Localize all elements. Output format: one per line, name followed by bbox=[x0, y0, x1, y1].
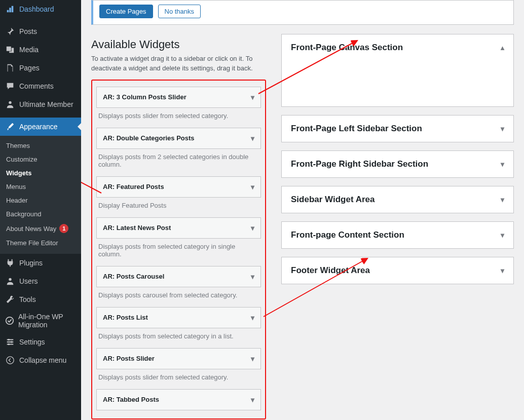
svg-point-0 bbox=[9, 101, 11, 104]
widget-area-header[interactable]: Front-page Content Section▾ bbox=[282, 222, 513, 248]
svg-point-1 bbox=[9, 278, 11, 281]
create-pages-notice: Create Pages No thanks bbox=[91, 0, 514, 25]
chevron-down-icon: ▾ bbox=[501, 196, 504, 204]
available-widget[interactable]: AR: Latest News Post▾Displays posts from… bbox=[96, 217, 261, 260]
widget-area-header[interactable]: Front-Page Right Sidebar Section▾ bbox=[282, 151, 513, 177]
menu-label: Comments bbox=[19, 82, 54, 90]
svg-point-3 bbox=[8, 339, 10, 341]
widget-header[interactable]: AR: Posts Carousel▾ bbox=[96, 266, 261, 287]
submenu-item-about-news-way[interactable]: About News Way 1 bbox=[0, 221, 81, 236]
widget-header[interactable]: AR: 3 Column Posts Slider▾ bbox=[96, 87, 261, 108]
widget-title: AR: Posts List bbox=[103, 314, 148, 321]
widget-desc: Displays posts from 2 selected categorie… bbox=[96, 149, 261, 170]
widget-area-header[interactable]: Sidebar Widget Area▾ bbox=[282, 186, 513, 213]
submenu-item-theme-file-editor[interactable]: Theme File Editor bbox=[0, 236, 81, 250]
available-widget[interactable]: AR: Posts Slider▾Displays posts slider f… bbox=[96, 348, 261, 383]
widget-area[interactable]: Front-Page Canvas Section▴ bbox=[281, 34, 514, 107]
widget-header[interactable]: AR: Double Categories Posts▾ bbox=[96, 128, 261, 149]
sidebar-item-plugins[interactable]: Plugins bbox=[0, 254, 81, 272]
widget-areas-column: Front-Page Canvas Section▴Front-Page Lef… bbox=[281, 34, 514, 420]
sidebar-item-appearance[interactable]: Appearance bbox=[0, 118, 81, 136]
no-thanks-button[interactable]: No thanks bbox=[158, 5, 201, 18]
menu-label: Posts bbox=[19, 27, 37, 35]
available-widget[interactable]: AR: Posts List▾Displays posts from selec… bbox=[96, 307, 261, 342]
menu-label: Tools bbox=[19, 295, 36, 303]
available-widgets-title: Available Widgets bbox=[91, 38, 266, 51]
migration-icon bbox=[5, 316, 14, 326]
menu-label: Pages bbox=[19, 64, 40, 72]
create-pages-button[interactable]: Create Pages bbox=[99, 5, 153, 18]
submenu-item-background[interactable]: Background bbox=[0, 207, 81, 221]
available-widget[interactable]: AR: Posts Carousel▾Displays posts carous… bbox=[96, 266, 261, 301]
widget-area-body[interactable] bbox=[282, 61, 513, 106]
submenu-item-widgets[interactable]: Widgets bbox=[0, 166, 81, 180]
submenu-label: Menus bbox=[6, 183, 26, 190]
svg-point-2 bbox=[6, 317, 13, 324]
widget-header[interactable]: AR: Posts List▾ bbox=[96, 307, 261, 328]
plug-icon bbox=[5, 258, 15, 268]
widget-title: AR: 3 Column Posts Slider bbox=[103, 93, 186, 101]
appearance-submenu: Themes Customize Widgets Menus Header Ba… bbox=[0, 136, 81, 254]
chevron-down-icon: ▾ bbox=[251, 134, 254, 142]
annotation-highlight-available: AR: 3 Column Posts Slider▾Displays posts… bbox=[91, 80, 266, 419]
menu-label: Media bbox=[19, 46, 39, 54]
submenu-item-themes[interactable]: Themes bbox=[0, 139, 81, 152]
chevron-down-icon: ▾ bbox=[501, 231, 504, 239]
submenu-label: Background bbox=[6, 210, 41, 218]
sidebar-item-aiowpm[interactable]: All-in-One WP Migration bbox=[0, 309, 81, 333]
sidebar-item-collapse[interactable]: Collapse menu bbox=[0, 351, 81, 369]
available-widgets-column: Available Widgets To activate a widget d… bbox=[91, 34, 266, 420]
user-icon bbox=[5, 99, 15, 109]
sidebar-item-settings[interactable]: Settings bbox=[0, 333, 81, 351]
available-widget[interactable]: AR: Double Categories Posts▾Displays pos… bbox=[96, 128, 261, 170]
menu-label: Users bbox=[19, 277, 38, 285]
brush-icon bbox=[5, 122, 15, 132]
menu-label: Plugins bbox=[19, 259, 43, 267]
sidebar-item-media[interactable]: Media bbox=[0, 41, 81, 59]
sidebar-item-posts[interactable]: Posts bbox=[0, 22, 81, 41]
widget-area[interactable]: Front-Page Right Sidebar Section▾ bbox=[281, 150, 514, 178]
sidebar-item-pages[interactable]: Pages bbox=[0, 59, 81, 77]
widget-area-title: Front-page Content Section bbox=[291, 230, 404, 240]
sidebar-item-tools[interactable]: Tools bbox=[0, 290, 81, 309]
widget-desc: Displays posts carousel from selected ca… bbox=[96, 287, 261, 301]
menu-label: Appearance bbox=[19, 123, 58, 131]
sidebar-item-dashboard[interactable]: Dashboard bbox=[0, 0, 81, 18]
available-widget[interactable]: AR: Tabbed Posts▾ bbox=[96, 389, 261, 410]
widget-area[interactable]: Front-Page Left Sidebar Section▾ bbox=[281, 115, 514, 142]
svg-point-5 bbox=[8, 343, 10, 346]
chevron-down-icon: ▾ bbox=[501, 160, 504, 168]
widget-area-title: Sidebar Widget Area bbox=[291, 195, 375, 205]
submenu-item-customize[interactable]: Customize bbox=[0, 152, 81, 166]
menu-label: Dashboard bbox=[19, 5, 54, 13]
widget-title: AR: Posts Carousel bbox=[103, 273, 164, 280]
widget-header[interactable]: AR: Latest News Post▾ bbox=[96, 217, 261, 239]
widget-area[interactable]: Footer Widget Area▾ bbox=[281, 257, 514, 284]
chevron-up-icon: ▴ bbox=[501, 44, 504, 52]
chevron-down-icon: ▾ bbox=[251, 273, 254, 281]
submenu-label: Header bbox=[6, 197, 28, 204]
media-icon bbox=[5, 45, 15, 55]
submenu-item-header[interactable]: Header bbox=[0, 194, 81, 207]
widget-area-header[interactable]: Footer Widget Area▾ bbox=[282, 257, 513, 284]
widget-area[interactable]: Front-page Content Section▾ bbox=[281, 221, 514, 249]
sidebar-item-comments[interactable]: Comments bbox=[0, 77, 81, 95]
widget-area-title: Front-Page Canvas Section bbox=[291, 43, 403, 53]
chevron-down-icon: ▾ bbox=[251, 93, 254, 101]
widget-area-title: Footer Widget Area bbox=[291, 265, 370, 276]
widget-area-header[interactable]: Front-Page Left Sidebar Section▾ bbox=[282, 116, 513, 142]
dashboard-icon bbox=[5, 4, 15, 14]
widget-header[interactable]: AR: Featured Posts▾ bbox=[96, 176, 261, 198]
sidebar-item-ultimate-member[interactable]: Ultimate Member bbox=[0, 95, 81, 113]
sidebar-item-users[interactable]: Users bbox=[0, 272, 81, 290]
widget-header[interactable]: AR: Tabbed Posts▾ bbox=[96, 389, 261, 410]
chevron-down-icon: ▾ bbox=[501, 125, 504, 133]
menu-label: Collapse menu bbox=[19, 356, 66, 364]
available-widget[interactable]: AR: Featured Posts▾Display Featured Post… bbox=[96, 176, 261, 211]
submenu-item-menus[interactable]: Menus bbox=[0, 180, 81, 194]
widget-desc: Displays posts from selected category in… bbox=[96, 239, 261, 260]
widget-area[interactable]: Sidebar Widget Area▾ bbox=[281, 186, 514, 213]
widget-area-header[interactable]: Front-Page Canvas Section▴ bbox=[282, 34, 513, 61]
available-widget[interactable]: AR: 3 Column Posts Slider▾Displays posts… bbox=[96, 87, 261, 122]
widget-header[interactable]: AR: Posts Slider▾ bbox=[96, 348, 261, 369]
